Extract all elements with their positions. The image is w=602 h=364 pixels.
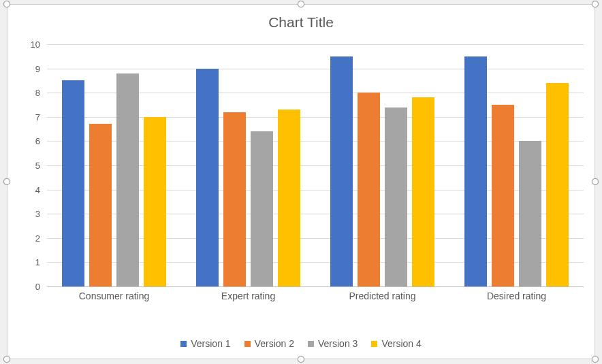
bar[interactable] [464, 56, 487, 286]
legend-label: Version 3 [318, 338, 358, 349]
legend-swatch [371, 341, 377, 347]
bar[interactable] [223, 112, 246, 286]
resize-handle-bottom-left[interactable] [3, 356, 10, 363]
resize-handle-middle-right[interactable] [592, 178, 599, 185]
plot-area: 012345678910 Consumer ratingExpert ratin… [21, 44, 585, 310]
category-label: Predicted rating [315, 291, 449, 301]
resize-handle-top-left[interactable] [3, 1, 10, 7]
bar[interactable] [278, 110, 300, 286]
bar[interactable] [330, 56, 353, 286]
bar[interactable] [89, 124, 112, 286]
legend-swatch [180, 341, 187, 347]
legend-label: Version 4 [381, 338, 421, 349]
legend-label: Version 1 [191, 338, 230, 349]
resize-handle-bottom-right[interactable] [592, 356, 599, 363]
bar[interactable] [492, 105, 514, 286]
legend: Version 1Version 2Version 3Version 4 [7, 337, 595, 349]
legend-item[interactable]: Version 1 [180, 337, 230, 349]
y-tick-label: 7 [21, 112, 40, 122]
y-tick-label: 9 [21, 63, 40, 73]
chart-container[interactable]: Chart Title 012345678910 Consumer rating… [7, 4, 595, 359]
resize-handle-bottom-middle[interactable] [298, 356, 304, 363]
y-tick-label: 1 [21, 257, 40, 267]
bar[interactable] [412, 97, 434, 286]
legend-swatch [308, 341, 314, 347]
y-tick-label: 3 [21, 209, 40, 219]
y-tick-label: 10 [21, 39, 40, 50]
category-label: Consumer rating [47, 291, 181, 301]
bar[interactable] [196, 69, 219, 286]
bar[interactable] [144, 117, 166, 286]
y-tick-label: 5 [21, 161, 40, 171]
gridline [47, 286, 584, 287]
resize-handle-top-right[interactable] [592, 1, 599, 7]
bar[interactable] [519, 141, 541, 286]
legend-label: Version 2 [255, 338, 294, 349]
y-tick-label: 6 [21, 136, 40, 146]
bar[interactable] [358, 93, 380, 286]
y-tick-label: 0 [21, 282, 40, 292]
bar[interactable] [385, 107, 407, 286]
bar[interactable] [62, 80, 84, 286]
chart-title: Chart Title [7, 5, 595, 35]
bar[interactable] [251, 131, 273, 286]
y-tick-label: 4 [21, 184, 40, 195]
category-label: Expert rating [181, 291, 315, 301]
legend-item[interactable]: Version 4 [371, 337, 421, 349]
resize-handle-middle-left[interactable] [3, 178, 10, 185]
legend-swatch [244, 341, 251, 347]
y-tick-label: 2 [21, 233, 40, 243]
category-label: Desired rating [449, 291, 584, 301]
y-axis: 012345678910 [21, 44, 44, 286]
bar[interactable] [546, 83, 569, 286]
y-tick-label: 8 [21, 88, 40, 98]
bars-layer [47, 44, 584, 286]
resize-handle-top-middle[interactable] [298, 1, 304, 7]
bar[interactable] [116, 73, 139, 286]
legend-item[interactable]: Version 2 [244, 337, 294, 349]
legend-item[interactable]: Version 3 [308, 337, 358, 349]
